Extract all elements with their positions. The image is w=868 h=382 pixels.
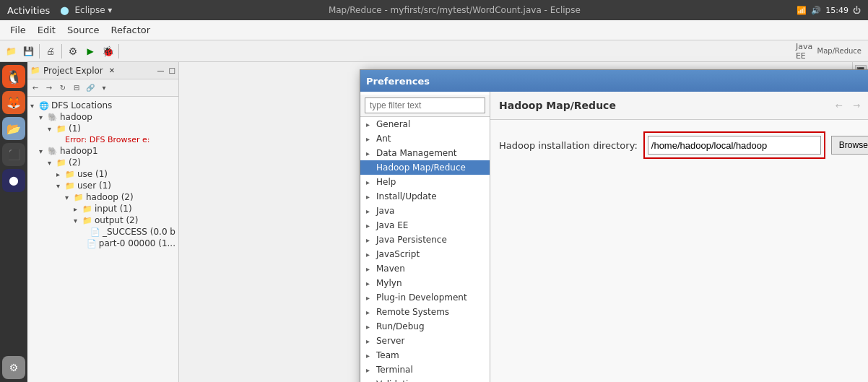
arrow-icon: ▾ — [30, 102, 39, 110]
tree-item[interactable]: ▾ 📁 hadoop (2) — [27, 191, 178, 203]
forward-button[interactable]: → — [849, 97, 864, 113]
content-toolbar: ← → ⊞ ▾ — [831, 97, 868, 113]
minimize-panel-icon[interactable]: — — [157, 66, 165, 74]
window-title: Map/Reduce - myfirst/src/mytest/WordCoun… — [329, 5, 581, 15]
eclipse-dock-icon[interactable]: ⬤ — [2, 169, 25, 192]
pref-tree-item-javaee[interactable]: ▸ Java EE — [360, 218, 490, 233]
eclipse-icon: ⬤ — [60, 6, 69, 15]
sync-btn[interactable]: ↻ — [56, 82, 69, 95]
arrow-icon: ▸ — [366, 366, 376, 374]
pref-item-label: Java — [376, 206, 394, 216]
pref-tree-item-general[interactable]: ▸ General — [360, 117, 490, 131]
link-btn[interactable]: 🔗 — [84, 82, 97, 95]
eclipse-indicator[interactable]: ⬤ Eclipse ▾ — [60, 5, 112, 15]
tree-item[interactable]: ▾ 📁 (2) — [27, 157, 178, 168]
pref-tree-item-team[interactable]: ▸ Team — [360, 348, 490, 363]
pref-item-label: Install/Update — [376, 191, 437, 201]
hadoop-dir-input[interactable] — [648, 136, 821, 155]
pref-tree-item-validation[interactable]: ▸ Validation — [360, 377, 490, 382]
pref-tree-item-run-debug[interactable]: ▸ Run/Debug — [360, 319, 490, 334]
power-icon: ⏻ — [853, 6, 861, 15]
pref-tree-item-java[interactable]: ▸ Java — [360, 204, 490, 218]
ubuntu-taskbar: Activities ⬤ Eclipse ▾ Map/Reduce - myfi… — [0, 0, 868, 20]
pref-tree-item-terminal[interactable]: ▸ Terminal — [360, 363, 490, 377]
browse-button[interactable]: Browse... — [831, 136, 868, 155]
maximize-panel-icon[interactable]: □ — [169, 66, 175, 74]
back-nav-btn[interactable]: ← — [29, 82, 42, 95]
folder-icon: 📁 — [65, 170, 75, 179]
pref-tree-item-ant[interactable]: ▸ Ant — [360, 131, 490, 146]
filter-input[interactable] — [365, 97, 485, 113]
mapreduce-perspective[interactable]: Map/Reduce — [814, 43, 865, 59]
pref-tree-item-maven[interactable]: ▸ Maven — [360, 261, 490, 276]
pref-tree-item-javascript[interactable]: ▸ JavaScript — [360, 247, 490, 261]
arrow-icon: ▸ — [366, 308, 376, 316]
error-label: Error: DFS Browser e: — [65, 135, 149, 144]
tree-item[interactable]: ▾ 🌐 DFS Locations — [27, 100, 178, 111]
pref-tree-item-mylyn[interactable]: ▸ Mylyn — [360, 276, 490, 290]
firefox-icon[interactable]: 🦊 — [2, 91, 25, 114]
system-tray: 📶 🔊 15:49 ⏻ — [797, 6, 861, 15]
tree-item[interactable]: ▸ 📁 input (1) — [27, 203, 178, 214]
dialog-overlay: Preferences ✕ ▸ General — [179, 62, 868, 382]
forward-nav-btn[interactable]: → — [43, 82, 56, 95]
tree-item[interactable]: 📄 part-0 00000 (1... — [27, 238, 178, 249]
menu-refactor[interactable]: Refactor — [107, 23, 155, 37]
project-explorer-title: Project Explor — [43, 66, 103, 76]
pref-tree-item-remote[interactable]: ▸ Remote Systems — [360, 305, 490, 319]
tree-label: hadoop (2) — [86, 192, 134, 202]
tree-item[interactable]: ▾ 📁 output (2) — [27, 214, 178, 226]
build-button[interactable]: ⚙ — [65, 43, 81, 59]
arrow-icon: ▸ — [366, 121, 376, 129]
menu-file[interactable]: File — [6, 23, 30, 37]
tree-item[interactable]: 📄 _SUCCESS (0.0 b — [27, 226, 178, 238]
tree-label: input (1) — [95, 204, 132, 214]
tree-item[interactable]: ▾ 📁 (1) — [27, 123, 178, 134]
tree-item[interactable]: ▾ 🐘 hadoop — [27, 111, 178, 123]
time-display: 15:49 — [825, 6, 849, 15]
menu-edit[interactable]: Edit — [33, 23, 60, 37]
settings-icon[interactable]: ⚙ — [2, 356, 25, 379]
panel-menu-btn[interactable]: ▾ — [97, 82, 110, 95]
run-button[interactable]: ▶ — [82, 43, 98, 59]
close-panel-icon[interactable]: ✕ — [109, 66, 115, 74]
arrow-icon: ▾ — [48, 159, 56, 167]
arrow-icon: ▾ — [74, 217, 82, 225]
collapse-all-btn[interactable]: ⊟ — [70, 82, 83, 95]
pref-item-label: Run/Debug — [376, 321, 425, 331]
tree-item[interactable]: ▾ 📁 user (1) — [27, 180, 178, 191]
terminal-icon[interactable]: ⬛ — [2, 143, 25, 166]
tree-label: output (2) — [95, 215, 138, 225]
folder-icon: 📁 — [82, 216, 92, 225]
arrow-icon: ▸ — [366, 352, 376, 360]
pref-tree-item-data-management[interactable]: ▸ Data Management — [360, 146, 490, 160]
activities-label[interactable]: Activities — [7, 5, 50, 16]
pref-item-label: Help — [376, 177, 396, 187]
ubuntu-home-icon[interactable]: 🐧 — [2, 65, 25, 88]
debug-button[interactable]: 🐞 — [100, 43, 116, 59]
folder-icon: 📁 — [56, 124, 66, 134]
pref-tree-item-install[interactable]: ▸ Install/Update — [360, 189, 490, 204]
tree-item[interactable]: ▾ 🐘 hadoop1 — [27, 145, 178, 157]
print-button[interactable]: 🖨 — [43, 43, 58, 59]
pref-item-label: Server — [376, 336, 404, 346]
pref-tree-item-help[interactable]: ▸ Help — [360, 175, 490, 189]
tree-item[interactable]: ▸ 📁 use (1) — [27, 168, 178, 180]
arrow-icon: ▸ — [366, 193, 376, 201]
arrow-icon: ▸ — [56, 170, 65, 178]
pref-tree-item-server[interactable]: ▸ Server — [360, 334, 490, 348]
folder-icon: 📁 — [56, 158, 66, 168]
taskbar-left: Activities ⬤ Eclipse ▾ — [7, 5, 112, 16]
back-button[interactable]: ← — [831, 97, 847, 113]
pref-tree-item-plugin[interactable]: ▸ Plug-in Development — [360, 290, 490, 305]
dialog-titlebar: Preferences ✕ — [360, 70, 868, 92]
menu-source[interactable]: Source — [63, 23, 104, 37]
new-button[interactable]: 📁 — [3, 43, 19, 59]
elephant-icon: 🐘 — [48, 113, 58, 122]
pref-tree-item-java-persistence[interactable]: ▸ Java Persistence — [360, 233, 490, 247]
perspective-button[interactable]: Java EE — [797, 43, 812, 59]
files-icon[interactable]: 📂 — [2, 117, 25, 140]
app-dock: 🐧 🦊 📂 ⬛ ⬤ ⚙ — [0, 62, 27, 382]
save-button[interactable]: 💾 — [20, 43, 36, 59]
pref-tree-item-hadoop[interactable]: Hadoop Map/Reduce — [360, 160, 490, 175]
